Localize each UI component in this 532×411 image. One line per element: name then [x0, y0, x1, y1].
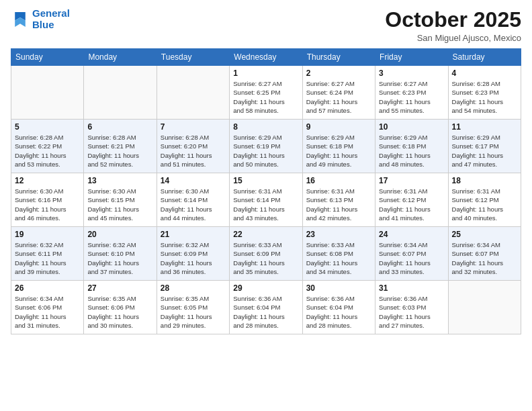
table-row: 15Sunrise: 6:31 AM Sunset: 6:14 PM Dayli… [230, 173, 302, 227]
col-thursday: Thursday [302, 49, 375, 66]
logo-icon [11, 10, 30, 29]
calendar: Sunday Monday Tuesday Wednesday Thursday… [11, 48, 521, 334]
table-row: 9Sunrise: 6:29 AM Sunset: 6:18 PM Daylig… [302, 120, 375, 173]
day-info: Sunrise: 6:28 AM Sunset: 6:21 PM Dayligh… [87, 133, 152, 169]
col-friday: Friday [375, 49, 448, 66]
col-sunday: Sunday [11, 49, 84, 66]
table-row: 7Sunrise: 6:28 AM Sunset: 6:20 PM Daylig… [157, 120, 229, 173]
day-info: Sunrise: 6:35 AM Sunset: 6:06 PM Dayligh… [87, 294, 152, 330]
day-info: Sunrise: 6:28 AM Sunset: 6:20 PM Dayligh… [161, 133, 226, 169]
day-number: 17 [379, 176, 444, 185]
calendar-header-row: Sunday Monday Tuesday Wednesday Thursday… [11, 49, 521, 66]
table-row: 26Sunrise: 6:34 AM Sunset: 6:06 PM Dayli… [11, 281, 84, 334]
logo-line2: Blue [32, 19, 70, 31]
col-monday: Monday [84, 49, 157, 66]
day-info: Sunrise: 6:33 AM Sunset: 6:08 PM Dayligh… [306, 240, 371, 276]
day-info: Sunrise: 6:27 AM Sunset: 6:24 PM Dayligh… [306, 79, 371, 115]
table-row: 23Sunrise: 6:33 AM Sunset: 6:08 PM Dayli… [302, 227, 375, 281]
day-info: Sunrise: 6:36 AM Sunset: 6:04 PM Dayligh… [306, 294, 371, 330]
table-row: 20Sunrise: 6:32 AM Sunset: 6:10 PM Dayli… [84, 227, 157, 281]
location: San Miguel Ajusco, Mexico [385, 33, 521, 43]
page: General Blue October 2025 San Miguel Aju… [0, 0, 532, 411]
table-row: 6Sunrise: 6:28 AM Sunset: 6:21 PM Daylig… [84, 120, 157, 173]
table-row: 21Sunrise: 6:32 AM Sunset: 6:09 PM Dayli… [157, 227, 229, 281]
table-row: 12Sunrise: 6:30 AM Sunset: 6:16 PM Dayli… [11, 173, 84, 227]
header: General Blue October 2025 San Miguel Aju… [11, 8, 521, 43]
day-info: Sunrise: 6:28 AM Sunset: 6:23 PM Dayligh… [452, 79, 517, 115]
table-row: 11Sunrise: 6:29 AM Sunset: 6:17 PM Dayli… [448, 120, 521, 173]
month-title: October 2025 [385, 8, 521, 32]
day-number: 1 [233, 68, 298, 78]
table-row: 18Sunrise: 6:31 AM Sunset: 6:12 PM Dayli… [448, 173, 521, 227]
day-number: 11 [452, 122, 517, 132]
day-number: 3 [379, 68, 444, 78]
day-number: 30 [306, 283, 371, 293]
col-wednesday: Wednesday [230, 49, 302, 66]
day-number: 4 [452, 68, 517, 78]
table-row: 4Sunrise: 6:28 AM Sunset: 6:23 PM Daylig… [448, 66, 521, 120]
day-number: 18 [452, 176, 517, 185]
table-row: 28Sunrise: 6:35 AM Sunset: 6:05 PM Dayli… [157, 281, 229, 334]
col-saturday: Saturday [448, 49, 521, 66]
day-info: Sunrise: 6:32 AM Sunset: 6:11 PM Dayligh… [15, 240, 80, 276]
day-number: 6 [87, 122, 152, 132]
day-info: Sunrise: 6:30 AM Sunset: 6:15 PM Dayligh… [87, 187, 152, 222]
table-row: 8Sunrise: 6:29 AM Sunset: 6:19 PM Daylig… [230, 120, 302, 173]
day-number: 24 [379, 230, 444, 239]
table-row: 30Sunrise: 6:36 AM Sunset: 6:04 PM Dayli… [302, 281, 375, 334]
table-row: 19Sunrise: 6:32 AM Sunset: 6:11 PM Dayli… [11, 227, 84, 281]
day-number: 26 [15, 283, 80, 293]
table-row: 14Sunrise: 6:30 AM Sunset: 6:14 PM Dayli… [157, 173, 229, 227]
col-tuesday: Tuesday [157, 49, 229, 66]
day-info: Sunrise: 6:27 AM Sunset: 6:23 PM Dayligh… [379, 79, 444, 115]
day-number: 14 [161, 176, 226, 185]
day-number: 20 [87, 230, 152, 239]
day-number: 28 [161, 283, 226, 293]
logo-line1: General [32, 8, 70, 19]
table-row: 17Sunrise: 6:31 AM Sunset: 6:12 PM Dayli… [375, 173, 448, 227]
table-row [157, 66, 229, 120]
day-info: Sunrise: 6:29 AM Sunset: 6:18 PM Dayligh… [306, 133, 371, 169]
calendar-week-row: 19Sunrise: 6:32 AM Sunset: 6:11 PM Dayli… [11, 227, 521, 281]
table-row [11, 66, 84, 120]
day-number: 15 [233, 176, 298, 185]
calendar-week-row: 26Sunrise: 6:34 AM Sunset: 6:06 PM Dayli… [11, 281, 521, 334]
logo: General Blue [11, 8, 70, 30]
table-row: 25Sunrise: 6:34 AM Sunset: 6:07 PM Dayli… [448, 227, 521, 281]
table-row: 16Sunrise: 6:31 AM Sunset: 6:13 PM Dayli… [302, 173, 375, 227]
day-number: 25 [452, 230, 517, 239]
day-info: Sunrise: 6:27 AM Sunset: 6:25 PM Dayligh… [233, 79, 298, 115]
table-row: 3Sunrise: 6:27 AM Sunset: 6:23 PM Daylig… [375, 66, 448, 120]
day-number: 7 [161, 122, 226, 132]
day-number: 5 [15, 122, 80, 132]
day-info: Sunrise: 6:34 AM Sunset: 6:07 PM Dayligh… [379, 240, 444, 276]
table-row: 13Sunrise: 6:30 AM Sunset: 6:15 PM Dayli… [84, 173, 157, 227]
table-row: 22Sunrise: 6:33 AM Sunset: 6:09 PM Dayli… [230, 227, 302, 281]
day-info: Sunrise: 6:31 AM Sunset: 6:14 PM Dayligh… [233, 187, 298, 222]
day-info: Sunrise: 6:36 AM Sunset: 6:03 PM Dayligh… [379, 294, 444, 330]
day-number: 27 [87, 283, 152, 293]
day-number: 8 [233, 122, 298, 132]
day-info: Sunrise: 6:30 AM Sunset: 6:14 PM Dayligh… [161, 187, 226, 222]
day-info: Sunrise: 6:30 AM Sunset: 6:16 PM Dayligh… [15, 187, 80, 222]
day-number: 13 [87, 176, 152, 185]
day-info: Sunrise: 6:28 AM Sunset: 6:22 PM Dayligh… [15, 133, 80, 169]
table-row: 27Sunrise: 6:35 AM Sunset: 6:06 PM Dayli… [84, 281, 157, 334]
day-info: Sunrise: 6:31 AM Sunset: 6:13 PM Dayligh… [306, 187, 371, 222]
calendar-week-row: 5Sunrise: 6:28 AM Sunset: 6:22 PM Daylig… [11, 120, 521, 173]
logo-text: General Blue [32, 8, 70, 30]
day-number: 29 [233, 283, 298, 293]
day-info: Sunrise: 6:29 AM Sunset: 6:17 PM Dayligh… [452, 133, 517, 169]
day-info: Sunrise: 6:34 AM Sunset: 6:06 PM Dayligh… [15, 294, 80, 330]
day-info: Sunrise: 6:29 AM Sunset: 6:18 PM Dayligh… [379, 133, 444, 169]
day-info: Sunrise: 6:32 AM Sunset: 6:10 PM Dayligh… [87, 240, 152, 276]
day-number: 19 [15, 230, 80, 239]
day-info: Sunrise: 6:33 AM Sunset: 6:09 PM Dayligh… [233, 240, 298, 276]
day-info: Sunrise: 6:34 AM Sunset: 6:07 PM Dayligh… [452, 240, 517, 276]
day-number: 22 [233, 230, 298, 239]
day-number: 21 [161, 230, 226, 239]
table-row: 2Sunrise: 6:27 AM Sunset: 6:24 PM Daylig… [302, 66, 375, 120]
table-row [448, 281, 521, 334]
day-number: 31 [379, 283, 444, 293]
table-row: 31Sunrise: 6:36 AM Sunset: 6:03 PM Dayli… [375, 281, 448, 334]
